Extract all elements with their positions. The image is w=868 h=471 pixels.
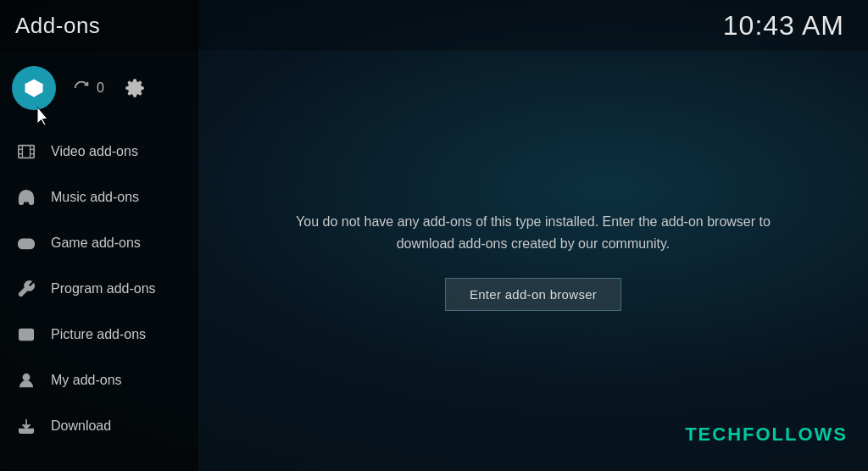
sidebar-nav: Video add-ons Music add-ons: [0, 122, 198, 471]
sidebar-item-download[interactable]: Download: [0, 403, 198, 449]
film-icon: [15, 141, 37, 163]
sidebar-item-my-addons[interactable]: My add-ons: [0, 357, 198, 403]
refresh-button[interactable]: 0: [71, 78, 104, 98]
picture-icon: [15, 324, 37, 346]
watermark: TECHFOLLOWS: [685, 424, 848, 446]
sidebar-item-music-addons[interactable]: Music add-ons: [0, 175, 198, 220]
clock: 10:43 AM: [723, 10, 844, 42]
headphones-icon: [15, 186, 37, 208]
sidebar-item-my-addons-label: My add-ons: [51, 373, 122, 388]
sidebar-item-program-addons-label: Program add-ons: [51, 281, 156, 296]
sidebar-item-game-addons[interactable]: Game add-ons: [0, 220, 198, 266]
box-icon: [22, 76, 46, 100]
page-title: Add-ons: [15, 13, 100, 39]
sidebar-top-icons: 0: [0, 51, 198, 122]
settings-button[interactable]: [123, 76, 147, 100]
sidebar-item-picture-addons-label: Picture add-ons: [51, 327, 146, 342]
gamepad-icon: [15, 232, 37, 254]
sidebar-item-video-addons[interactable]: Video add-ons: [0, 129, 198, 175]
header: Add-ons 10:43 AM: [0, 0, 868, 51]
refresh-count: 0: [97, 80, 104, 96]
svg-point-11: [22, 332, 25, 335]
addon-browser-icon-button[interactable]: [12, 66, 56, 110]
svg-rect-0: [19, 146, 34, 158]
sidebar-item-game-addons-label: Game add-ons: [51, 236, 141, 251]
refresh-icon: [71, 78, 92, 98]
gear-icon: [125, 78, 145, 98]
sidebar-item-music-addons-label: Music add-ons: [51, 190, 139, 205]
star-icon: [15, 369, 37, 391]
enter-addon-browser-button[interactable]: Enter add-on browser: [445, 278, 621, 311]
svg-point-8: [28, 242, 30, 244]
sidebar-item-download-label: Download: [51, 418, 111, 434]
sidebar-item-picture-addons[interactable]: Picture add-ons: [0, 312, 198, 357]
wrench-icon: [15, 278, 37, 300]
sidebar: 0 Video add: [0, 0, 198, 471]
svg-point-12: [23, 374, 29, 380]
empty-state-message: You do not have any add-ons of this type…: [296, 211, 771, 254]
svg-point-9: [31, 244, 32, 246]
sidebar-item-program-addons[interactable]: Program add-ons: [0, 266, 198, 312]
download-icon: [15, 415, 37, 437]
main-content: You do not have any add-ons of this type…: [198, 51, 868, 471]
sidebar-item-video-addons-label: Video add-ons: [51, 144, 138, 159]
